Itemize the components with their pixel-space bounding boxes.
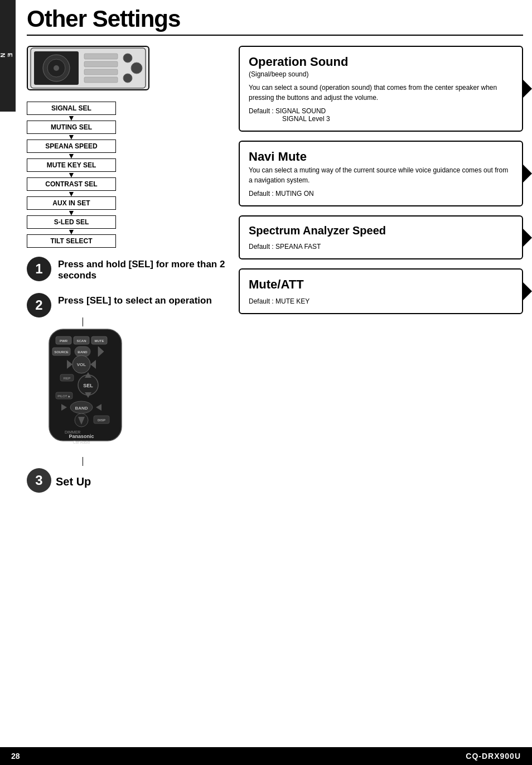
svg-text:VOL: VOL [77, 362, 86, 367]
left-column: SIGNAL SEL ▼ MUTING SEL ▼ SPEANA SPEED ▼… [27, 46, 228, 493]
svg-point-10 [131, 62, 142, 74]
svg-text:REP: REP [64, 377, 70, 380]
card-3-title: Spectrum Analyzer Speed [249, 224, 513, 237]
card-3-default: Default : SPEANA FAST [249, 243, 513, 251]
svg-text:Car Audio: Car Audio [73, 440, 90, 444]
card-2-title: Navi Mute [249, 150, 513, 164]
card-1-body: You can select a sound (operation sound)… [249, 83, 513, 103]
menu-arrow-1: ▼ [27, 115, 116, 121]
card-1-arrow [522, 79, 532, 99]
menu-item-aux-in-set: AUX IN SET [27, 196, 116, 210]
language-indicator: E N G L I S H [0, 53, 13, 59]
step-2-text: Press [SEL] to select an operation [58, 293, 212, 306]
menu-list: SIGNAL SEL ▼ MUTING SEL ▼ SPEANA SPEED ▼… [27, 102, 228, 248]
step-3-circle: 3 [27, 468, 51, 493]
remote-control-image: PWR SCAN MUTE SOURCE BAND VOL [32, 326, 228, 457]
card-spectrum-analyzer: Spectrum Analyzer Speed Default : SPEANA… [239, 215, 523, 259]
bottom-model-number: CQ-DRX900U [466, 752, 521, 761]
menu-item-muting-sel: MUTING SEL [27, 121, 116, 134]
menu-item-contrast-sel: CONTRAST SEL [27, 177, 116, 191]
step-2-row: 2 Press [SEL] to select an operation [27, 293, 228, 317]
svg-text:SCAN: SCAN [76, 339, 86, 343]
step-3-text: Set Up [56, 473, 91, 488]
svg-text:DISP: DISP [98, 418, 105, 422]
svg-rect-7 [84, 69, 118, 75]
svg-text:MUTE: MUTE [95, 339, 104, 343]
device-image [27, 46, 149, 90]
page-title: Other Settings [27, 6, 523, 32]
menu-arrow-7: ▼ [27, 229, 116, 234]
connector-line-2 [83, 457, 83, 466]
connector-line-1 [83, 317, 83, 326]
menu-item-s-led-sel: S-LED SEL [27, 215, 116, 229]
card-1-title: Operation Sound [249, 55, 513, 69]
svg-text:PWR: PWR [60, 339, 68, 343]
menu-section: SIGNAL SEL ▼ MUTING SEL ▼ SPEANA SPEED ▼… [27, 102, 228, 493]
svg-text:BAND: BAND [75, 406, 88, 411]
card-1-default-extra: SIGNAL Level 3 [282, 115, 330, 123]
card-4-title: Mute/ATT [249, 277, 513, 292]
menu-item-mute-key-sel: MUTE KEY SEL [27, 158, 116, 172]
bottom-bar: 28 CQ-DRX900U [0, 747, 532, 765]
svg-text:BAND: BAND [78, 350, 88, 354]
card-1-subtitle: (Signal/beep sound) [249, 70, 513, 78]
svg-rect-8 [84, 77, 118, 83]
svg-point-4 [54, 65, 59, 71]
menu-item-signal-sel: SIGNAL SEL [27, 102, 116, 115]
svg-text:PILOT▲: PILOT▲ [57, 394, 70, 398]
bottom-page-number: 28 [11, 752, 20, 761]
svg-rect-6 [84, 61, 118, 67]
card-mute-att: Mute/ATT Default : MUTE KEY [239, 268, 523, 314]
sidebar: E N G L I S H 20 [0, 0, 16, 112]
card-navi-mute: Navi Mute You can select a muting way of… [239, 141, 523, 206]
menu-item-speana-speed: SPEANA SPEED [27, 139, 116, 153]
card-2-body: You can select a muting way of the curre… [249, 165, 513, 185]
card-3-arrow [522, 228, 532, 248]
main-content: Other Settings [18, 0, 532, 515]
card-1-default: Default : SIGNAL SOUND SIGNAL Level 3 [249, 107, 513, 123]
menu-arrow-3: ▼ [27, 153, 116, 158]
menu-arrow-6: ▼ [27, 210, 116, 215]
card-operation-sound: Operation Sound (Signal/beep sound) You … [239, 46, 523, 132]
step-1-circle: 1 [27, 257, 51, 281]
svg-point-11 [123, 74, 132, 83]
right-column: Operation Sound (Signal/beep sound) You … [239, 46, 523, 493]
title-divider [27, 35, 523, 36]
svg-rect-5 [84, 54, 118, 59]
menu-arrow-5: ▼ [27, 191, 116, 196]
card-4-default: Default : MUTE KEY [249, 297, 513, 305]
content-columns: SIGNAL SEL ▼ MUTING SEL ▼ SPEANA SPEED ▼… [27, 46, 523, 493]
svg-text:SEL: SEL [83, 383, 93, 388]
step-1-row: 1 Press and hold [SEL] for more than 2 s… [27, 257, 228, 282]
svg-text:Panasonic: Panasonic [69, 434, 94, 439]
menu-item-tilt-select: TILT SELECT [27, 234, 116, 248]
menu-arrow-2: ▼ [27, 134, 116, 139]
step-1-text: Press and hold [SEL] for more than 2 sec… [58, 257, 228, 282]
step-2-circle: 2 [27, 293, 51, 317]
svg-text:SOURCE: SOURCE [54, 350, 69, 354]
svg-point-9 [123, 54, 132, 62]
card-2-default: Default : MUTING ON [249, 190, 513, 198]
card-4-arrow [522, 281, 532, 301]
step-3-row: 3 Set Up [27, 468, 228, 493]
menu-arrow-4: ▼ [27, 172, 116, 177]
card-2-arrow [522, 163, 532, 184]
step-2-area: 2 Press [SEL] to select an operation [27, 293, 228, 317]
